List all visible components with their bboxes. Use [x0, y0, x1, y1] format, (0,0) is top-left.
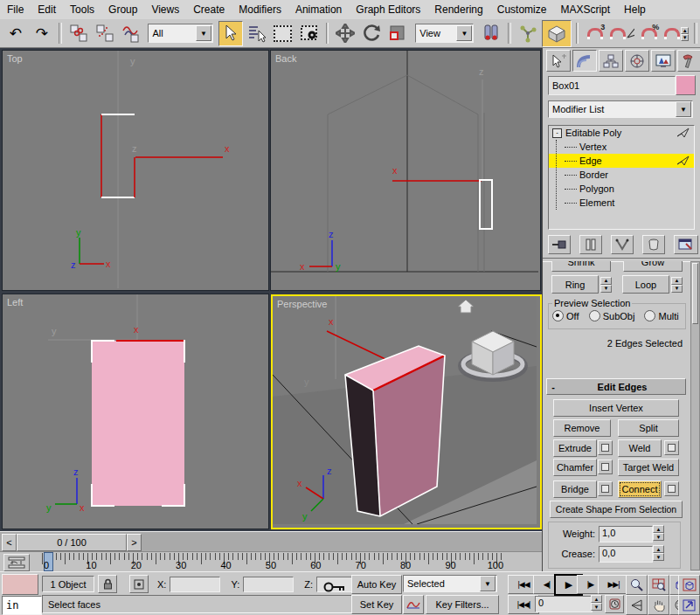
pan-button[interactable]	[648, 595, 669, 615]
object-color-swatch[interactable]	[676, 75, 696, 95]
menu-animation[interactable]: Animation	[288, 1, 349, 18]
bind-to-spacewarp-icon[interactable]	[119, 21, 143, 46]
time-slider-handle[interactable]: 0 / 100	[17, 534, 127, 551]
absolute-offset-toggle[interactable]	[129, 575, 149, 593]
viewport-top[interactable]: Top y z x y x z	[2, 50, 269, 291]
y-coordinate-field[interactable]	[243, 577, 294, 592]
reference-coordinate-dropdown[interactable]: View ▼	[415, 24, 474, 43]
set-key-button[interactable]: Set Key	[351, 595, 402, 614]
connect-settings-button[interactable]	[664, 481, 679, 496]
weld-button[interactable]: Weld	[618, 439, 662, 457]
key-filters-button[interactable]: Key Filters...	[426, 595, 499, 614]
viewport-top-label[interactable]: Top	[7, 53, 23, 64]
viewport-left-label[interactable]: Left	[7, 297, 23, 308]
viewport-back-label[interactable]: Back	[275, 53, 296, 64]
select-and-manipulate-button[interactable]	[516, 21, 540, 46]
angle-snap-toggle-button[interactable]	[609, 21, 635, 46]
selection-lock-toggle[interactable]	[98, 575, 117, 593]
viewport-back-canvas[interactable]: z x z x y	[271, 51, 538, 288]
menu-file[interactable]: File	[0, 1, 31, 18]
zoom-all-button[interactable]	[648, 575, 669, 595]
stack-item-element[interactable]: Element	[549, 196, 694, 210]
unlink-selection-icon[interactable]	[93, 21, 117, 46]
configure-modifier-sets-button[interactable]	[674, 235, 698, 254]
min-max-toggle-button[interactable]	[678, 595, 700, 615]
dropdown-arrow-icon[interactable]: ▼	[456, 25, 472, 41]
current-frame-field[interactable]: 0	[535, 596, 593, 612]
stack-item-edge[interactable]: Edge	[549, 154, 694, 168]
dropdown-arrow-icon[interactable]: ▼	[480, 576, 496, 591]
select-and-scale-button[interactable]	[385, 21, 410, 46]
menu-rendering[interactable]: Rendering	[427, 1, 489, 18]
mini-curve-editor-button[interactable]	[3, 554, 30, 571]
loop-spinner[interactable]: ▲▼	[671, 277, 683, 293]
extrude-settings-button[interactable]	[598, 440, 613, 455]
select-and-link-icon[interactable]	[66, 21, 91, 46]
stack-item-editable-poly[interactable]: - Editable Poly	[549, 126, 694, 140]
crease-spinner[interactable]: ▲▼	[653, 545, 664, 561]
select-by-name-button[interactable]	[245, 21, 269, 46]
x-coordinate-field[interactable]	[170, 577, 220, 592]
menu-group[interactable]: Group	[101, 1, 144, 18]
preview-off-radio[interactable]: Off	[552, 311, 579, 321]
tab-display[interactable]	[651, 50, 676, 72]
create-shape-button[interactable]: Create Shape From Selection	[550, 501, 683, 518]
dropdown-arrow-icon[interactable]: ▼	[676, 101, 691, 117]
tab-motion[interactable]	[625, 50, 649, 72]
object-name-field[interactable]	[548, 76, 676, 95]
zoom-button[interactable]	[626, 575, 648, 595]
menu-help[interactable]: Help	[617, 1, 653, 18]
split-button[interactable]: Split	[618, 419, 679, 437]
shrink-button[interactable]: Shrink	[551, 261, 611, 272]
stack-item-vertex[interactable]: Vertex	[549, 140, 694, 154]
time-slider-prev-button[interactable]: <	[2, 534, 17, 551]
tab-create[interactable]	[546, 50, 571, 72]
selection-filter-dropdown[interactable]: All ▼	[148, 24, 213, 43]
ring-spinner[interactable]: ▲▼	[600, 277, 612, 293]
use-pivot-point-center-button[interactable]	[479, 21, 503, 46]
viewport-perspective-label[interactable]: Perspective	[277, 299, 327, 309]
stack-item-polygon[interactable]: Polygon	[549, 182, 694, 196]
connect-button[interactable]: Connect	[618, 480, 662, 498]
maxscript-listener-pane[interactable]: in	[2, 596, 42, 615]
grow-button[interactable]: Grow	[623, 261, 683, 272]
show-end-result-button[interactable]	[579, 235, 602, 254]
zoom-extents-all-button[interactable]	[678, 575, 700, 595]
tab-utilities[interactable]	[677, 50, 700, 72]
viewport-perspective-canvas[interactable]: y x	[273, 296, 537, 524]
collapse-box-icon[interactable]: -	[552, 128, 562, 138]
spinner-snap-toggle-button[interactable]: ▲▼	[663, 21, 690, 46]
menu-tools[interactable]: Tools	[63, 1, 101, 18]
viewport-top-canvas[interactable]: y z x y x z	[3, 51, 267, 288]
bridge-button[interactable]: Bridge	[553, 480, 597, 498]
default-tangent-icon-button[interactable]	[403, 595, 424, 614]
preview-multi-radio[interactable]: Multi	[644, 311, 678, 321]
panel-scrollbar[interactable]	[690, 261, 700, 570]
rectangular-selection-region-button[interactable]	[271, 21, 295, 46]
dropdown-arrow-icon[interactable]: ▼	[196, 25, 211, 41]
undo-button[interactable]: ↶	[3, 21, 28, 46]
viewport-left-canvas[interactable]: y x z y x	[3, 294, 267, 527]
percent-snap-toggle-button[interactable]: %	[637, 21, 662, 46]
frame-spinner[interactable]: ▲▼	[591, 595, 602, 611]
menu-maxscript[interactable]: MAXScript	[553, 1, 617, 18]
window-crossing-toggle-button[interactable]	[297, 21, 322, 46]
pin-stack-button[interactable]	[548, 235, 571, 254]
menu-views[interactable]: Views	[144, 1, 186, 18]
chamfer-button[interactable]: Chamfer	[553, 459, 597, 476]
auto-key-button[interactable]: Auto Key	[351, 575, 402, 594]
stack-item-border[interactable]: Border	[549, 168, 694, 182]
go-to-end-button[interactable]: ▶▶|	[598, 575, 629, 594]
menu-create[interactable]: Create	[186, 1, 232, 18]
weight-spinner[interactable]: ▲▼	[653, 525, 664, 541]
make-unique-button[interactable]	[611, 235, 634, 254]
rollout-collapse-icon[interactable]: -	[547, 382, 559, 392]
select-object-button[interactable]	[218, 21, 243, 46]
remove-button[interactable]: Remove	[553, 419, 611, 437]
preview-subobj-radio[interactable]: SubObj	[589, 311, 635, 321]
tab-hierarchy[interactable]	[599, 50, 623, 72]
target-weld-button[interactable]: Target Weld	[618, 459, 679, 476]
menu-customize[interactable]: Customize	[490, 1, 554, 18]
keyboard-shortcut-override-toggle[interactable]	[542, 20, 571, 47]
key-scope-dropdown[interactable]: Selected ▼	[403, 575, 497, 592]
